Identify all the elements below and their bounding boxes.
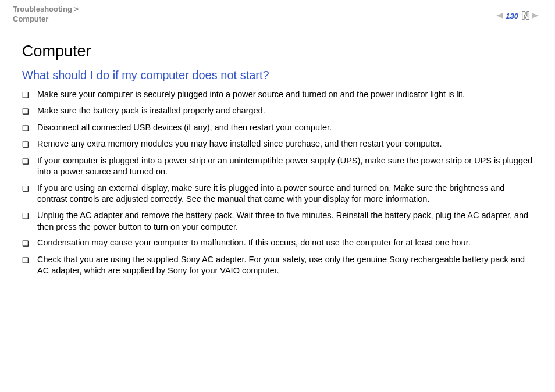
bullet-text: If your computer is plugged into a power… xyxy=(37,155,533,178)
page-header: Troubleshooting > Computer 130 N xyxy=(0,0,555,28)
bullet-icon: ❑ xyxy=(22,183,29,195)
list-item: ❑ Remove any extra memory modules you ma… xyxy=(22,138,533,151)
bullet-text: Condensation may cause your computer to … xyxy=(37,237,533,249)
bullet-icon: ❑ xyxy=(22,156,29,168)
bullet-list: ❑ Make sure your computer is securely pl… xyxy=(22,89,533,277)
prev-page-arrow-icon[interactable] xyxy=(496,13,503,19)
list-item: ❑ Unplug the AC adapter and remove the b… xyxy=(22,210,533,233)
page-number: 130 xyxy=(506,12,518,20)
bullet-icon: ❑ xyxy=(22,106,29,117)
bullet-icon: ❑ xyxy=(22,139,29,151)
list-item: ❑ Condensation may cause your computer t… xyxy=(22,237,533,250)
bullet-text: If you are using an external display, ma… xyxy=(37,183,533,205)
bullet-text: Remove any extra memory modules you may … xyxy=(37,138,533,150)
bullet-icon: ❑ xyxy=(22,123,29,134)
section-heading: What should I do if my computer does not… xyxy=(22,69,533,82)
breadcrumb-line2: Computer xyxy=(13,15,79,24)
n-marker-icon: N xyxy=(522,10,529,21)
bullet-icon: ❑ xyxy=(22,90,29,101)
page-content: Computer What should I do if my computer… xyxy=(0,28,555,293)
bullet-icon: ❑ xyxy=(22,255,29,266)
list-item: ❑ Make sure the battery pack is installe… xyxy=(22,105,533,117)
page-title: Computer xyxy=(22,42,533,60)
bullet-text: Unplug the AC adapter and remove the bat… xyxy=(37,210,533,233)
list-item: ❑ Make sure your computer is securely pl… xyxy=(22,89,533,101)
next-page-arrow-icon[interactable] xyxy=(532,13,539,19)
bullet-icon: ❑ xyxy=(22,238,29,250)
svg-marker-0 xyxy=(496,13,503,19)
svg-marker-1 xyxy=(532,13,539,19)
breadcrumb: Troubleshooting > Computer xyxy=(13,5,79,24)
bullet-text: Make sure your computer is securely plug… xyxy=(37,89,533,101)
bullet-text: Make sure the battery pack is installed … xyxy=(37,105,533,117)
bullet-text: Disconnect all connected USB devices (if… xyxy=(37,122,533,134)
list-item: ❑ If your computer is plugged into a pow… xyxy=(22,155,533,178)
list-item: ❑ Check that you are using the supplied … xyxy=(22,254,533,277)
list-item: ❑ Disconnect all connected USB devices (… xyxy=(22,122,533,134)
list-item: ❑ If you are using an external display, … xyxy=(22,183,533,205)
bullet-text: Check that you are using the supplied So… xyxy=(37,254,533,277)
bullet-icon: ❑ xyxy=(22,211,29,222)
page-navigation: 130 N xyxy=(496,10,539,21)
breadcrumb-line1: Troubleshooting > xyxy=(13,5,79,15)
